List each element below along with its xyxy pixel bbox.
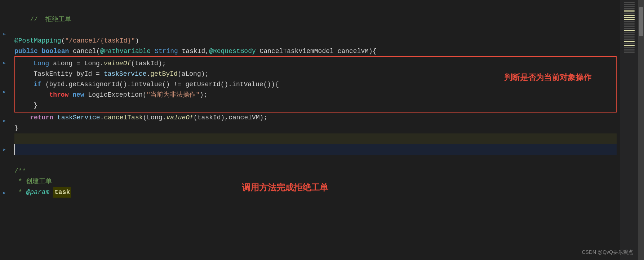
mini-line-4	[624, 8, 635, 9]
mini-line-8	[624, 26, 635, 27]
breakpoint-6: ⊳	[3, 190, 5, 196]
mini-line-14	[624, 43, 635, 44]
cancelvm-param: CancelTaskViemModel cancelVM){	[256, 46, 377, 57]
mini-line-7	[624, 23, 635, 25]
along-rest: (taskId);	[131, 58, 166, 69]
throw-rest: LogicException(	[84, 90, 147, 100]
canceltask-call: .	[100, 113, 104, 123]
code-line-throw: throw new LogicException("当前为非法操作");	[18, 90, 613, 100]
code-area[interactable]: // 拒绝工单 @PostMapping("/cancel/{taskId}")…	[11, 0, 620, 260]
mini-line-yellow-4	[624, 19, 635, 20]
canceltask-method: cancelTask	[104, 113, 143, 123]
scrollbar-thumb[interactable]	[639, 7, 643, 36]
mini-line-3	[624, 6, 635, 7]
breakpoint-4: ⊳	[3, 118, 5, 124]
mini-line-17	[624, 52, 635, 53]
keyword-public: public	[14, 46, 42, 57]
code-line-if-close: }	[18, 100, 613, 111]
keyword-throw: throw	[49, 90, 68, 100]
left-gutter: ⊳ ⊳ ⊳ ⊳ ⊳ ⊳	[0, 0, 11, 260]
keyword-return: return	[30, 113, 53, 123]
scrollbar[interactable]	[638, 0, 644, 260]
javadoc-desc: * 创建工单	[14, 176, 52, 187]
code-line-blank2	[14, 25, 617, 36]
mini-line-16	[624, 49, 635, 50]
code-line-method-close: }	[14, 123, 617, 133]
code-line-cursor	[14, 144, 617, 155]
long-static: (Long.	[143, 113, 166, 123]
along-decl: aLong = Long.	[49, 58, 103, 69]
method-close-brace: }	[14, 123, 18, 133]
throw-message: "当前为非法操作"	[146, 90, 200, 100]
javadoc-space	[49, 187, 53, 198]
code-line-return: return taskService.cancelTask(Long.value…	[14, 113, 617, 123]
code-line-highlighted-blank	[14, 133, 617, 144]
comment-text: // 拒绝工单	[14, 14, 71, 25]
if-close-brace: }	[18, 100, 37, 111]
mini-line-yellow-2	[624, 15, 635, 16]
throw-new	[68, 90, 72, 100]
watermark-text: CSDN @QvQ要乐观点	[582, 249, 633, 256]
if-condition: (byId.getAssignorId().intValue() != getU…	[41, 79, 279, 90]
taskid-param: taskId,	[178, 46, 209, 57]
highlight-box: Long aLong = Long.valueOf(taskId); TaskE…	[14, 56, 617, 113]
pathvariable-annotation: @PathVariable	[100, 46, 151, 57]
annotation-postmapping: @PostMapping	[14, 36, 61, 46]
annotation-bottom-label: 调用方法完成拒绝工单	[242, 182, 328, 193]
keyword-if: if	[34, 79, 41, 90]
javadoc-param-tag: @param	[26, 187, 49, 198]
mini-line-13	[624, 39, 635, 40]
mini-line-1	[624, 2, 635, 3]
mini-line-15	[624, 47, 635, 48]
valueof-method: valueOf	[104, 58, 131, 69]
mini-line-yellow-6	[624, 41, 635, 42]
annotation-value: "/cancel/{taskId}"	[65, 36, 135, 46]
code-line-annotation: @PostMapping("/cancel/{taskId}")	[14, 36, 617, 46]
mini-line-6	[624, 21, 635, 22]
mini-line-11	[624, 34, 635, 35]
keyword-new: new	[72, 90, 84, 100]
javadoc-task-highlight: task	[53, 187, 71, 198]
mini-line-10	[624, 32, 635, 33]
breakpoint-2: ⊳	[3, 61, 5, 66]
taskservice-return: taskService	[57, 113, 100, 123]
javadoc-param-star: *	[14, 187, 26, 198]
getbyid-call: .	[146, 69, 150, 79]
valueof-return: valueOf	[166, 113, 194, 123]
minimap	[620, 0, 638, 260]
mini-line-yellow-3	[624, 17, 635, 18]
getbyid-method: getById	[150, 69, 178, 79]
throw-end: );	[200, 90, 208, 100]
return-end: (taskId),cancelVM);	[194, 113, 267, 123]
code-line-blank3	[14, 155, 617, 166]
mini-line-yellow-1	[624, 10, 635, 12]
annotation-paren-close: )	[135, 36, 139, 46]
code-line-blank1	[14, 4, 617, 14]
if-indent	[18, 79, 34, 90]
throw-indent	[18, 90, 49, 100]
string-type: String	[155, 46, 178, 57]
return-rest	[53, 113, 57, 123]
taskservice-var: taskService	[104, 69, 147, 79]
breakpoint-3: ⊳	[3, 89, 5, 95]
code-line-comment: // 拒绝工单	[14, 14, 617, 25]
mini-line-12	[624, 36, 635, 38]
mini-line-2	[624, 4, 635, 5]
long-type: Long	[18, 58, 49, 69]
breakpoint-5: ⊳	[3, 147, 5, 153]
annotation-paren-open: (	[61, 36, 65, 46]
code-line-along: Long aLong = Long.valueOf(taskId);	[18, 58, 613, 69]
space1	[151, 46, 155, 57]
keyword-boolean: boolean	[42, 46, 73, 57]
mini-line-yellow-7	[624, 45, 635, 46]
code-line-method-sig: public boolean cancel(@PathVariable Stri…	[14, 46, 617, 57]
taskentity-decl: TaskEntity byId =	[18, 69, 104, 79]
editor-container: ⊳ ⊳ ⊳ ⊳ ⊳ ⊳ // 拒绝工单 @PostMapping("/cance…	[0, 0, 644, 260]
breakpoint-1: ⊳	[3, 32, 5, 37]
annotation-right-label: 判断是否为当前对象操作	[504, 72, 591, 83]
javadoc-open: /**	[14, 166, 26, 176]
requestbody-annotation: @RequestBody	[209, 46, 256, 57]
return-indent	[14, 113, 30, 123]
mini-line-9	[624, 28, 635, 29]
mini-line-5	[624, 13, 635, 14]
